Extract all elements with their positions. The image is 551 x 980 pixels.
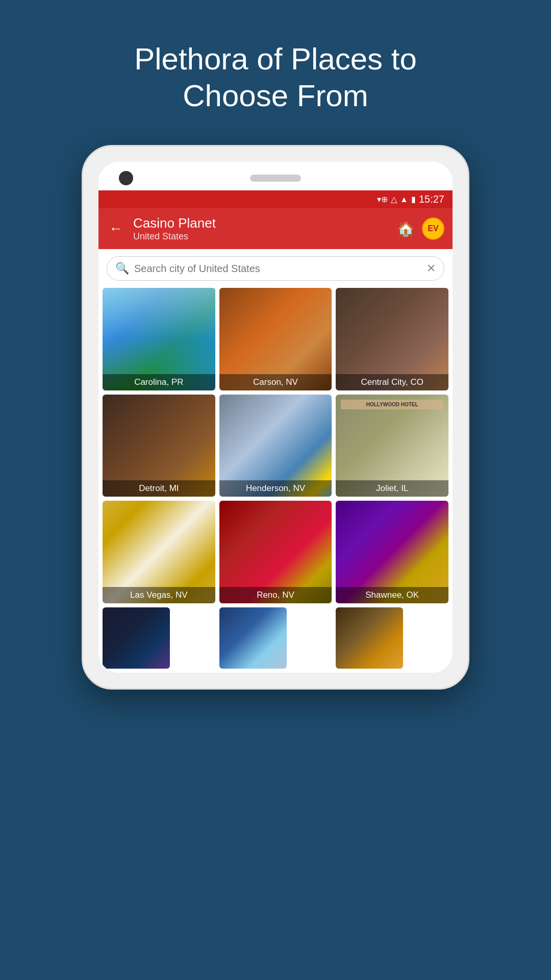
city-card-carolina[interactable]: Carolina, PR bbox=[103, 288, 215, 390]
city-card-row4b[interactable] bbox=[219, 607, 287, 669]
city-card-centralcity[interactable]: Central City, CO bbox=[336, 288, 448, 390]
battery-icon: ▮ bbox=[411, 194, 416, 204]
city-card-reno[interactable]: Reno, NV bbox=[219, 501, 332, 603]
city-label: Central City, CO bbox=[336, 374, 448, 390]
city-card-joliet[interactable]: HOLLYWOOD HOTEL Joliet, IL bbox=[336, 395, 448, 497]
city-label: Carolina, PR bbox=[103, 374, 215, 390]
phone-speaker bbox=[250, 175, 301, 182]
phone-sensor bbox=[418, 175, 432, 182]
city-card-henderson[interactable]: Henderson, NV bbox=[219, 395, 332, 497]
phone-camera bbox=[119, 171, 133, 185]
city-label: Shawnee, OK bbox=[336, 587, 448, 603]
ev-badge[interactable]: EV bbox=[422, 217, 444, 240]
status-time: 15:27 bbox=[419, 193, 444, 205]
phone-mockup: ▾⊕ △ ▲ ▮ 15:27 ← Casino Planet United St… bbox=[82, 145, 469, 690]
city-label: Detroit, MI bbox=[103, 480, 215, 497]
signal-icon: △ bbox=[391, 194, 397, 204]
app-bar-subtitle: United States bbox=[133, 231, 389, 242]
city-label: Henderson, NV bbox=[219, 480, 332, 497]
home-button[interactable]: 🏠 bbox=[397, 220, 415, 237]
app-bar-title-block: Casino Planet United States bbox=[133, 215, 389, 242]
phone-top-bar bbox=[98, 162, 453, 190]
page-title: Plethora of Places to Choose From bbox=[93, 0, 458, 145]
city-card-detroit[interactable]: Detroit, MI bbox=[103, 395, 215, 497]
app-bar-title: Casino Planet bbox=[133, 215, 389, 231]
city-card-shawnee[interactable]: Shawnee, OK bbox=[336, 501, 448, 603]
city-label: Reno, NV bbox=[219, 587, 332, 603]
back-button[interactable]: ← bbox=[107, 220, 125, 237]
city-grid: Carolina, PR Carson, NV Central City, CO… bbox=[98, 288, 453, 673]
signal-bars-icon: ▲ bbox=[400, 195, 408, 204]
city-card-row4a[interactable] bbox=[103, 607, 170, 669]
city-card-carson[interactable]: Carson, NV bbox=[219, 288, 332, 390]
search-icon: 🔍 bbox=[115, 262, 129, 275]
city-label: Joliet, IL bbox=[336, 480, 448, 497]
search-container: 🔍 ✕ bbox=[98, 249, 453, 288]
search-input[interactable] bbox=[134, 263, 421, 275]
city-card-row4c[interactable] bbox=[336, 607, 403, 669]
city-label: Carson, NV bbox=[219, 374, 332, 390]
search-bar: 🔍 ✕ bbox=[107, 256, 444, 281]
status-bar: ▾⊕ △ ▲ ▮ 15:27 bbox=[98, 190, 453, 208]
wifi-icon: ▾⊕ bbox=[377, 194, 388, 204]
app-bar-actions: 🏠 EV bbox=[397, 217, 444, 240]
city-label: Las Vegas, NV bbox=[103, 587, 215, 603]
search-clear-icon[interactable]: ✕ bbox=[427, 262, 436, 275]
app-bar: ← Casino Planet United States 🏠 EV bbox=[98, 208, 453, 249]
city-card-lasvegas[interactable]: Las Vegas, NV bbox=[103, 501, 215, 603]
status-icons: ▾⊕ △ ▲ ▮ 15:27 bbox=[377, 193, 444, 205]
